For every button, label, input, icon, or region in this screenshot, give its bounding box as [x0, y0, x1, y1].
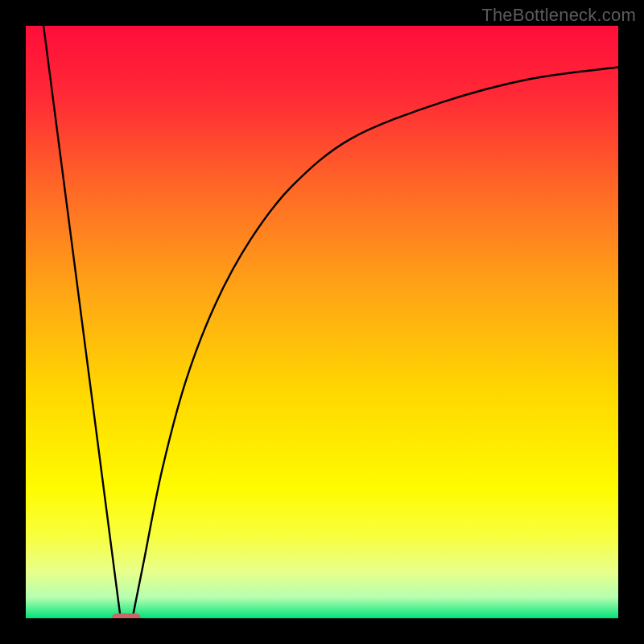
right-branch-line [132, 68, 618, 618]
watermark-text: TheBottleneck.com [481, 5, 636, 26]
chart-frame: TheBottleneck.com [0, 0, 644, 644]
left-branch-line [43, 26, 121, 618]
plot-area [26, 26, 618, 618]
curve-layer [26, 26, 618, 618]
bottleneck-marker [112, 613, 141, 618]
